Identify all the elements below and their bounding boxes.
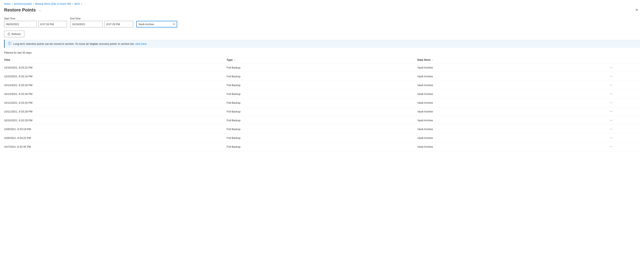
table-row[interactable]: 10/12/2021, 8:33:20 PMFull BackupVault-A… (4, 98, 640, 107)
table-row[interactable]: 10/10/2021, 8:32:29 PMFull BackupVault-A… (4, 116, 640, 125)
cell-type: Full Backup (226, 72, 418, 81)
cell-time: 10/10/2021, 8:32:29 PM (4, 116, 226, 125)
table-row[interactable]: 10/9/2021, 8:33:19 PMFull BackupVault-Ar… (4, 125, 640, 133)
cell-time: 10/9/2021, 8:33:19 PM (4, 125, 226, 133)
row-actions-button[interactable]: ··· (608, 92, 614, 96)
sort-icon-time[interactable]: ↓ (12, 59, 13, 61)
breadcrumb-sep-1: › (12, 3, 13, 5)
breadcrumb-backup-items[interactable]: Backup Items (SQL in Azure VM) (35, 3, 71, 5)
end-date-wrapper (70, 21, 103, 27)
cell-time: 10/12/2021, 8:33:20 PM (4, 98, 226, 107)
page-header: Restore Points ... ✕ (4, 7, 640, 13)
row-actions-button[interactable]: ··· (608, 74, 614, 79)
table-row[interactable]: 10/13/2021, 8:33:26 PMFull BackupVault-A… (4, 90, 640, 98)
breadcrumb-vault[interactable]: archiveccyvault1 (14, 3, 32, 5)
start-time-group: Start Time (4, 17, 37, 27)
cell-actions: ··· (608, 142, 640, 151)
sort-icon-datastore[interactable]: ↕ (432, 59, 433, 61)
cell-type: Full Backup (226, 98, 418, 107)
start-time-wrapper (38, 21, 67, 27)
cell-datastore: Vault-Archive (418, 116, 608, 125)
table-row[interactable]: 10/11/2021, 8:33:28 PMFull BackupVault-A… (4, 107, 640, 116)
th-type: Type ↕ (226, 57, 418, 63)
table-row[interactable]: 10/14/2021, 8:33:20 PMFull BackupVault-A… (4, 81, 640, 90)
row-actions-button[interactable]: ··· (608, 127, 614, 131)
cell-time: 10/7/2021, 8:32:45 PM (4, 142, 226, 151)
th-datastore: Data Store ↕ (418, 57, 608, 63)
table-header-row: Time ↓ Type ↕ Data Store ↕ (4, 57, 640, 63)
start-date-input[interactable] (4, 23, 42, 26)
cell-time: 10/8/2021, 8:33:22 PM (4, 133, 226, 142)
breadcrumb-sep-2: › (33, 3, 34, 5)
end-time-label: End Time (70, 17, 103, 20)
breadcrumb-sep-4: › (81, 3, 82, 5)
restore-points-table: Time ↓ Type ↕ Data Store ↕ 10/16/2021, 8… (4, 57, 640, 151)
cell-actions: ··· (608, 81, 640, 90)
start-date-wrapper (4, 21, 37, 27)
row-actions-button[interactable]: ··· (608, 100, 614, 105)
cell-time: 10/15/2021, 8:33:18 PM (4, 72, 226, 81)
cell-actions: ··· (608, 90, 640, 98)
info-banner-link[interactable]: click here (135, 42, 146, 45)
cell-datastore: Vault-Archive (418, 81, 608, 90)
breadcrumb: Home › archiveccyvault1 › Backup Items (… (4, 3, 640, 5)
table-row[interactable]: 10/15/2021, 8:33:18 PMFull BackupVault-A… (4, 72, 640, 81)
cell-datastore: Vault-Archive (418, 63, 608, 72)
cell-actions: ··· (608, 98, 640, 107)
cell-datastore: Vault-Archive (418, 90, 608, 98)
cell-type: Full Backup (226, 142, 418, 151)
breadcrumb-home[interactable]: Home (4, 3, 10, 5)
cell-time: 10/11/2021, 8:33:28 PM (4, 107, 226, 116)
th-time-label: Time (4, 58, 10, 61)
cell-actions: ··· (608, 116, 640, 125)
cell-actions: ··· (608, 107, 640, 116)
info-banner-text-part: Long term retention points can be moved … (13, 42, 135, 45)
ellipsis-button[interactable]: ... (37, 8, 42, 12)
refresh-label: Refresh (12, 33, 21, 36)
cell-datastore: Vault-Archive (418, 125, 608, 133)
filter-notice: Filtered for last 30 days (4, 51, 640, 54)
cell-actions: ··· (608, 125, 640, 133)
close-button[interactable]: ✕ (634, 7, 640, 13)
cell-time: 10/13/2021, 8:33:26 PM (4, 90, 226, 98)
refresh-button[interactable]: Refresh (4, 31, 24, 37)
table-body: 10/16/2021, 8:33:22 PMFull BackupVault-A… (4, 63, 640, 151)
cell-actions: ··· (608, 133, 640, 142)
table-row[interactable]: 10/8/2021, 8:33:22 PMFull BackupVault-Ar… (4, 133, 640, 142)
cell-datastore: Vault-Archive (418, 133, 608, 142)
table-row[interactable]: 10/7/2021, 8:32:45 PMFull BackupVault-Ar… (4, 142, 640, 151)
table-row[interactable]: 10/16/2021, 8:33:22 PMFull BackupVault-A… (4, 63, 640, 72)
datastore-dropdown[interactable]: Vault-Archive Vault-Standard All (136, 21, 177, 27)
end-date-input[interactable] (70, 23, 108, 26)
th-type-label: Type (226, 58, 232, 61)
page-title-area: Restore Points ... (4, 7, 43, 13)
cell-type: Full Backup (226, 125, 418, 133)
row-actions-button[interactable]: ··· (608, 65, 614, 70)
cell-type: Full Backup (226, 116, 418, 125)
refresh-icon (8, 33, 10, 35)
sort-icon-type[interactable]: ↕ (234, 59, 235, 61)
row-actions-button[interactable]: ··· (608, 109, 614, 114)
row-actions-button[interactable]: ··· (608, 118, 614, 122)
row-actions-button[interactable]: ··· (608, 83, 614, 87)
row-actions-button[interactable]: ··· (608, 144, 614, 149)
page-title: Restore Points (4, 7, 36, 13)
cell-datastore: Vault-Archive (418, 107, 608, 116)
cell-datastore: Vault-Archive (418, 72, 608, 81)
cell-type: Full Backup (226, 90, 418, 98)
th-actions (608, 57, 640, 63)
cell-type: Full Backup (226, 107, 418, 116)
info-banner-text: Long term retention points can be moved … (13, 42, 146, 45)
page-container: Home › archiveccyvault1 › Backup Items (… (0, 0, 644, 272)
breadcrumb-db15[interactable]: db15 (74, 3, 80, 5)
start-time-label: Start Time (4, 17, 37, 20)
cell-datastore: Vault-Archive (418, 98, 608, 107)
filter-row: Start Time End Time (4, 17, 640, 27)
th-datastore-label: Data Store (418, 58, 431, 61)
datastore-dropdown-wrapper: Vault-Archive Vault-Standard All (136, 21, 177, 27)
row-actions-button[interactable]: ··· (608, 135, 614, 140)
cell-actions: ··· (608, 72, 640, 81)
svg-point-10 (10, 43, 10, 43)
cell-time: 10/14/2021, 8:33:20 PM (4, 81, 226, 90)
cell-type: Full Backup (226, 63, 418, 72)
